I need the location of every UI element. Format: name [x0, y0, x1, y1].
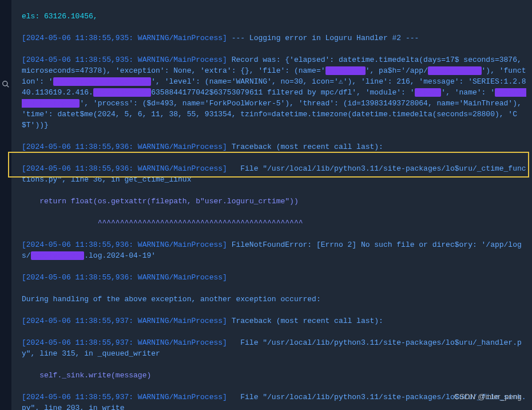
search-icon[interactable]	[2, 80, 10, 92]
log-line: [2024-05-06 11:38:55,936: WARNING/MainPr…	[22, 163, 527, 185]
log-output[interactable]: els: 63126.10456, [2024-05-06 11:38:55,9…	[11, 0, 532, 410]
watermark: CSDN @inter_peng	[454, 391, 522, 402]
log-line: [2024-05-06 11:38:55,935: WARNING/MainPr…	[22, 54, 527, 131]
redacted-text: 0422744065221	[93, 88, 151, 97]
svg-line-1	[7, 85, 9, 88]
log-line: [2024-05-06 11:38:55,937: WARNING/MainPr…	[22, 337, 527, 359]
redacted-text: receiver.err	[31, 251, 85, 260]
log-caret: ^^^^^^^^^^^^^^^^^^^^^^^^^^^^^^^^^^^^^^^^…	[22, 218, 527, 228]
redacted-text: receiver.err	[428, 66, 482, 75]
log-line: [2024-05-06 11:38:55,937: WARNING/MainPr…	[22, 316, 527, 326]
log-line: return float(os.getxattr(filepath, b"use…	[22, 196, 527, 207]
log-line: [2024-05-06 11:38:55,936: WARNING/MainPr…	[22, 272, 527, 283]
log-line: els: 63126.10456,	[22, 11, 527, 22]
redacted-text: repacs.py	[325, 66, 366, 75]
log-line: [2024-05-06 11:38:55,936: WARNING/MainPr…	[22, 141, 527, 152]
redacted-text: repacs	[415, 88, 442, 97]
log-line: During handling of the above exception, …	[22, 294, 527, 305]
sidebar	[0, 0, 11, 410]
log-line: [2024-05-06 11:38:55,937: WARNING/MainPr…	[22, 392, 527, 410]
redacted-text: bulk_create_image_task	[53, 77, 152, 86]
log-line-highlighted: [2024-05-06 11:38:55,936: WARNING/MainPr…	[22, 239, 527, 261]
log-line: [2024-05-06 11:38:55,935: WARNING/MainPr…	[22, 33, 527, 44]
svg-point-0	[3, 81, 7, 86]
log-line: self._sink.write(message)	[22, 370, 527, 381]
